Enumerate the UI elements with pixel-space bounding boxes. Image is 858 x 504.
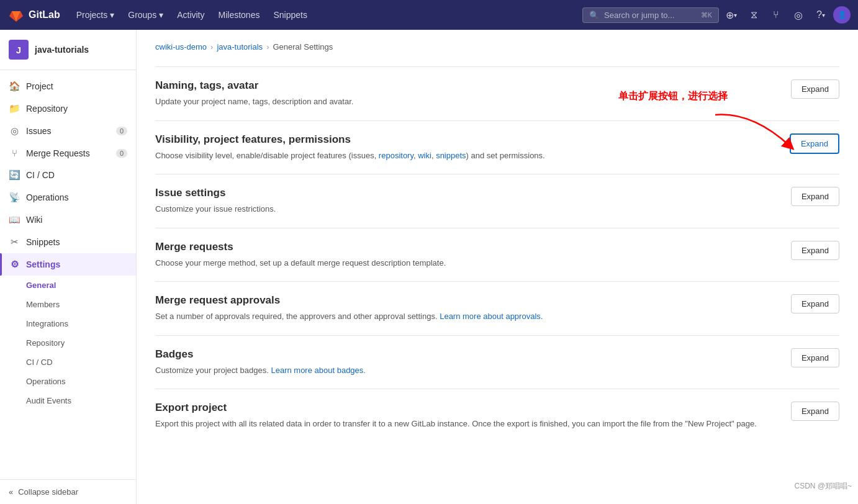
sidebar-item-label: Wiki (26, 215, 42, 225)
sidebar-item-label: Snippets (26, 237, 60, 247)
sidebar-sub-audit[interactable]: Audit Events (0, 391, 136, 410)
nav-groups[interactable]: Groups ▾ (122, 6, 169, 24)
section-badges-desc: Customize your project badges. Learn mor… (155, 364, 779, 377)
main-content: cwiki-us-demo › java-tutorials › General… (137, 30, 858, 504)
sidebar-item-merge-requests[interactable]: ⑂ Merge Requests 0 (0, 142, 136, 164)
expand-visibility-button[interactable]: Expand (790, 133, 839, 154)
clock-icon-btn[interactable]: ⧖ (744, 5, 764, 25)
sidebar-item-operations[interactable]: 📡 Operations (0, 186, 136, 209)
plus-icon: ⊕ (726, 9, 734, 21)
issues-icon-btn[interactable]: ◎ (788, 5, 808, 25)
section-naming-title: Naming, tags, avatar (155, 79, 779, 92)
breadcrumb-java-tutorials[interactable]: java-tutorials (217, 42, 263, 52)
expand-badges-button[interactable]: Expand (791, 348, 839, 367)
top-navbar: GitLab Projects ▾ Groups ▾ Activity Mile… (0, 0, 858, 30)
help-icon: ? (816, 9, 822, 20)
link-repository[interactable]: repository (379, 151, 413, 160)
section-export: Export project Export this project with … (155, 389, 839, 443)
sidebar-item-repository[interactable]: 📁 Repository (0, 97, 136, 120)
section-export-info: Export project Export this project with … (155, 402, 779, 430)
sidebar-item-issues[interactable]: ◎ Issues 0 (0, 120, 136, 142)
operations-icon: 📡 (9, 192, 20, 203)
home-icon: 🏠 (9, 81, 20, 92)
expand-naming-button[interactable]: Expand (791, 79, 839, 99)
search-input[interactable] (604, 11, 696, 20)
expand-approvals-button[interactable]: Expand (791, 294, 839, 313)
clock-icon: ⧖ (751, 9, 757, 20)
sidebar-item-wiki[interactable]: 📖 Wiki (0, 209, 136, 231)
section-export-desc: Export this project with all its related… (155, 418, 779, 430)
user-avatar: 👤 (838, 11, 847, 19)
sidebar-sub-integrations[interactable]: Integrations (0, 314, 136, 333)
sidebar-item-settings[interactable]: ⚙ Settings (0, 253, 136, 276)
section-visibility: 单击扩展按钮，进行选择 Visibility, project features… (155, 120, 839, 174)
sidebar-item-cicd[interactable]: 🔄 CI / CD (0, 164, 136, 186)
project-avatar: J (9, 40, 29, 60)
nav-milestones[interactable]: Milestones (212, 6, 266, 24)
sidebar-item-label: CI / CD (26, 170, 55, 180)
link-learn-approvals[interactable]: Learn more about approvals (440, 312, 541, 321)
breadcrumb-current: General Settings (273, 42, 333, 52)
section-merge-requests-title: Merge requests (155, 241, 779, 253)
add-button[interactable]: ⊕ ▾ (721, 5, 741, 25)
link-snippets[interactable]: snippets (436, 151, 466, 160)
section-merge-approvals-title: Merge request approvals (155, 294, 779, 307)
expand-issue-button[interactable]: Expand (791, 187, 839, 206)
logo-text: GitLab (29, 9, 60, 20)
breadcrumb: cwiki-us-demo › java-tutorials › General… (155, 42, 839, 52)
search-box[interactable]: 🔍 ⌘K (582, 7, 719, 23)
navbar-right: 🔍 ⌘K ⊕ ▾ ⧖ ⑂ ◎ ? ▾ 👤 (582, 5, 851, 25)
issues-badge: 0 (116, 127, 127, 135)
chevron-down-icon: ▾ (110, 10, 114, 20)
collapse-sidebar-btn[interactable]: « Collapse sidebar (0, 479, 136, 504)
section-export-title: Export project (155, 402, 779, 414)
csdn-watermark: CSDN @郑唱唱~ (794, 481, 852, 492)
gitlab-logo[interactable]: GitLab (7, 6, 60, 24)
chevron-down-icon: ▾ (734, 12, 737, 19)
sidebar-item-project[interactable]: 🏠 Project (0, 75, 136, 97)
merge-requests-icon-btn[interactable]: ⑂ (766, 5, 786, 25)
issues-icon: ◎ (9, 125, 20, 137)
section-visibility-title: Visibility, project features, permission… (155, 133, 777, 146)
search-icon: 🔍 (589, 11, 599, 20)
section-visibility-info: Visibility, project features, permission… (155, 133, 777, 162)
mr-badge: 0 (116, 149, 127, 158)
collapse-icon: « (9, 487, 13, 497)
project-name: java-tutorials (35, 45, 89, 55)
section-merge-approvals-desc: Set a number of approvals required, the … (155, 310, 779, 323)
cicd-icon: 🔄 (9, 169, 20, 181)
help-icon-btn[interactable]: ? ▾ (811, 5, 831, 25)
wiki-icon: 📖 (9, 214, 20, 225)
sidebar-item-label: Operations (26, 192, 68, 202)
sidebar-sub-members[interactable]: Members (0, 295, 136, 314)
link-learn-badges[interactable]: Learn more about badges (271, 366, 363, 375)
expand-merge-requests-button[interactable]: Expand (791, 241, 839, 260)
section-badges: Badges Customize your project badges. Le… (155, 335, 839, 389)
section-badges-info: Badges Customize your project badges. Le… (155, 348, 779, 377)
breadcrumb-cwiki[interactable]: cwiki-us-demo (155, 42, 207, 52)
issues-icon: ◎ (794, 9, 803, 21)
merge-icon: ⑂ (9, 148, 20, 158)
sidebar-item-snippets[interactable]: ✂ Snippets (0, 231, 136, 253)
section-merge-requests-info: Merge requests Choose your merge method,… (155, 241, 779, 269)
section-merge-approvals-info: Merge request approvals Set a number of … (155, 294, 779, 323)
sidebar-project-header: J java-tutorials (0, 30, 136, 70)
breadcrumb-sep: › (210, 42, 213, 52)
chevron-down-icon: ▾ (822, 12, 825, 19)
link-wiki[interactable]: wiki (418, 151, 431, 160)
nav-projects[interactable]: Projects ▾ (70, 6, 121, 24)
collapse-label: Collapse sidebar (18, 487, 78, 497)
sidebar-sub-repository[interactable]: Repository (0, 333, 136, 353)
sidebar-sub-cicd[interactable]: CI / CD (0, 353, 136, 372)
sidebar-sub-general[interactable]: General (0, 276, 136, 295)
sidebar-item-label: Issues (26, 126, 51, 136)
nav-snippets[interactable]: Snippets (267, 6, 313, 24)
page-layout: J java-tutorials 🏠 Project 📁 Repository … (0, 0, 858, 504)
sidebar-sub-operations[interactable]: Operations (0, 372, 136, 391)
section-badges-title: Badges (155, 348, 779, 361)
nav-activity[interactable]: Activity (171, 6, 210, 24)
repository-icon: 📁 (9, 103, 20, 114)
expand-export-button[interactable]: Expand (791, 402, 839, 421)
section-issue-title: Issue settings (155, 187, 779, 199)
user-avatar-btn[interactable]: 👤 (833, 6, 851, 24)
